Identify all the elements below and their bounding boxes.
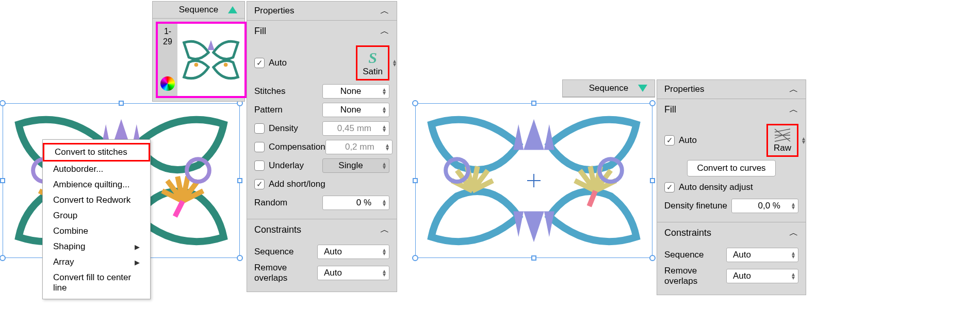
range-from: 1- [164, 27, 171, 36]
sequence-label: Sequence [254, 247, 294, 257]
sequence-header[interactable]: Sequence [563, 80, 655, 97]
properties-header[interactable]: Properties ︿ [247, 2, 397, 21]
menu-combine[interactable]: Combine [43, 223, 150, 239]
chevron-up-icon: ︿ [380, 223, 389, 236]
svg-point-2 [194, 63, 199, 67]
menu-label: Array [53, 257, 74, 267]
spinner-icon[interactable]: ▴▾ [383, 162, 386, 169]
menu-label: Ambience quilting... [53, 180, 129, 190]
menu-label: Convert to Redwork [53, 195, 130, 205]
auto-density-checkbox[interactable] [664, 182, 675, 192]
constraints-section-header[interactable]: Constraints ︿ [247, 219, 397, 238]
constraints-title: Constraints [254, 224, 301, 235]
convert-to-curves-button[interactable]: Convert to curves [687, 160, 775, 176]
stitches-value[interactable]: None▴▾ [322, 84, 389, 99]
spinner-icon[interactable]: ▴▾ [383, 199, 386, 206]
fill-section-header[interactable]: Fill ︿ [247, 21, 397, 39]
menu-convert-to-stitches[interactable]: Convert to stitches [43, 143, 150, 162]
compensation-value[interactable]: 0,2 mm▴▾ [325, 140, 393, 154]
sequence-panel: Sequence [562, 79, 655, 98]
satin-icon: S [368, 49, 377, 67]
sequence-range-sidebar: 1- 29 [158, 24, 177, 96]
chevron-up-icon: ︿ [380, 25, 389, 37]
fill-type-label: Satin [363, 67, 383, 77]
constraints-section: Sequence Auto▴▾ Remove overlaps Auto▴▾ [247, 238, 397, 292]
range-to: 29 [163, 37, 172, 46]
collapse-down-icon[interactable] [638, 85, 647, 92]
properties-header[interactable]: Properties ︿ [657, 80, 806, 99]
constraints-section: Sequence Auto▴▾ Remove overlaps Auto▴▾ [657, 241, 806, 295]
underlay-checkbox[interactable] [254, 160, 265, 171]
spinner-icon[interactable]: ▴▾ [386, 143, 389, 151]
remove-value[interactable]: Auto▴▾ [726, 269, 798, 283]
sequence-title: Sequence [589, 83, 629, 93]
selection-frame[interactable] [415, 103, 652, 258]
chevron-up-icon: ︿ [789, 83, 798, 95]
menu-label: Convert fill to center line [53, 272, 140, 293]
sequence-value[interactable]: Auto▴▾ [317, 245, 389, 259]
chevron-right-icon: ▶ [135, 259, 140, 266]
color-wheel-icon[interactable] [160, 76, 175, 91]
finetune-value[interactable]: 0,0 %▴▾ [731, 199, 798, 213]
collapse-up-icon[interactable] [228, 6, 237, 13]
short-long-label: Add short/long [269, 179, 325, 189]
menu-autoborder[interactable]: Autoborder... [43, 162, 150, 177]
fill-type-selector[interactable]: S Satin ▴▾ [356, 45, 389, 81]
menu-label: Group [53, 211, 77, 221]
pattern-label: Pattern [254, 105, 283, 115]
fill-title: Fill [664, 104, 676, 115]
sequence-body: 1- 29 [153, 19, 244, 101]
properties-title: Properties [254, 6, 294, 16]
chevron-right-icon: ▶ [135, 243, 140, 251]
remove-value[interactable]: Auto▴▾ [317, 266, 389, 280]
sequence-thumbnail-selected[interactable]: 1- 29 [156, 22, 247, 98]
menu-convert-redwork[interactable]: Convert to Redwork [43, 192, 150, 208]
auto-label: Auto [269, 58, 287, 68]
auto-checkbox[interactable] [254, 58, 265, 68]
pattern-value[interactable]: None▴▾ [322, 103, 389, 117]
fill-section-header[interactable]: Fill ︿ [657, 99, 806, 118]
spinner-icon[interactable]: ▴▾ [383, 269, 386, 277]
menu-array[interactable]: Array▶ [43, 254, 150, 270]
spinner-icon[interactable]: ▴▾ [383, 248, 386, 255]
compensation-checkbox[interactable] [254, 142, 265, 152]
raw-icon [773, 127, 792, 143]
center-cross-icon [527, 174, 541, 187]
density-checkbox[interactable] [254, 123, 265, 134]
spinner-icon[interactable]: ▴▾ [383, 106, 386, 114]
finetune-label: Density finetune [664, 201, 727, 211]
density-value[interactable]: 0,45 mm▴▾ [322, 121, 389, 136]
svg-point-3 [224, 63, 228, 67]
chevron-up-icon: ︿ [789, 227, 798, 239]
menu-group[interactable]: Group [43, 208, 150, 223]
sequence-header[interactable]: Sequence [153, 2, 244, 19]
random-value[interactable]: 0 %▴▾ [322, 196, 389, 210]
menu-ambience-quilting[interactable]: Ambience quilting... [43, 177, 150, 192]
constraints-section-header[interactable]: Constraints ︿ [657, 222, 806, 241]
spinner-icon[interactable]: ▴▾ [383, 88, 386, 95]
fill-section: Auto Raw ▴▾ Convert to curves Auto densi… [657, 118, 806, 222]
spinner-icon[interactable]: ▴▾ [802, 137, 805, 144]
sequence-thumbnail [177, 24, 244, 96]
stitches-label: Stitches [254, 86, 285, 96]
spinner-icon[interactable]: ▴▾ [792, 251, 795, 259]
auto-label: Auto [679, 135, 697, 146]
context-menu: Convert to stitches Autoborder... Ambien… [42, 139, 151, 299]
spinner-icon[interactable]: ▴▾ [383, 125, 386, 132]
remove-label: Remove overlaps [664, 266, 726, 286]
menu-label: Combine [53, 226, 88, 236]
underlay-value[interactable]: Single▴▾ [322, 158, 389, 173]
auto-checkbox[interactable] [664, 135, 675, 146]
spinner-icon[interactable]: ▴▾ [792, 202, 795, 210]
properties-title: Properties [664, 84, 704, 94]
spinner-icon[interactable]: ▴▾ [393, 59, 396, 67]
menu-shaping[interactable]: Shaping▶ [43, 239, 150, 254]
menu-convert-fill-centerline[interactable]: Convert fill to center line [43, 270, 150, 296]
chevron-up-icon: ︿ [380, 5, 389, 17]
fill-type-selector[interactable]: Raw ▴▾ [766, 124, 798, 157]
auto-density-label: Auto density adjust [679, 182, 753, 192]
short-long-checkbox[interactable] [254, 179, 265, 189]
spinner-icon[interactable]: ▴▾ [792, 272, 795, 280]
sequence-value[interactable]: Auto▴▾ [726, 248, 798, 262]
fill-type-label: Raw [774, 143, 791, 153]
